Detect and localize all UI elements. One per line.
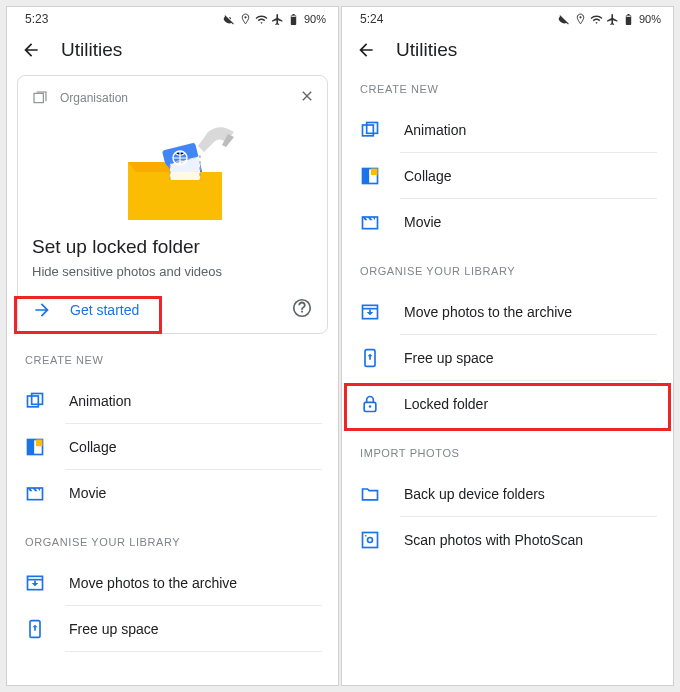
list-item-label: Move photos to the archive — [69, 575, 237, 591]
list-item-label: Movie — [69, 485, 106, 501]
status-bar: 5:24 90% — [342, 7, 673, 29]
section-import: IMPORT PHOTOS — [342, 427, 673, 471]
no-call-icon — [558, 13, 571, 26]
close-icon — [299, 88, 315, 104]
get-started-button[interactable]: Get started — [32, 300, 139, 320]
list-item-movie[interactable]: Movie — [7, 470, 338, 516]
arrow-back-icon — [356, 39, 376, 61]
svg-rect-16 — [363, 125, 374, 136]
list-item-label: Back up device folders — [404, 486, 545, 502]
archive-icon — [360, 302, 380, 322]
location-icon — [574, 13, 587, 26]
section-organise: ORGANISE YOUR LIBRARY — [342, 245, 673, 289]
svg-rect-9 — [28, 440, 35, 455]
list-item-label: Animation — [69, 393, 131, 409]
airplane-icon — [271, 13, 284, 26]
folder-icon — [360, 484, 380, 504]
list-item-archive[interactable]: Move photos to the archive — [7, 560, 338, 606]
list-item-label: Collage — [69, 439, 116, 455]
archive-icon — [25, 573, 45, 593]
list-item-label: Collage — [404, 168, 451, 184]
list-item-label: Free up space — [404, 350, 494, 366]
list-item-locked-folder[interactable]: Locked folder — [342, 381, 673, 427]
battery-icon — [622, 13, 635, 26]
close-button[interactable] — [299, 88, 315, 108]
airplane-icon — [606, 13, 619, 26]
wifi-icon — [590, 13, 603, 26]
collage-icon — [360, 166, 380, 186]
battery-text: 90% — [639, 13, 661, 25]
list-item-label: Animation — [404, 122, 466, 138]
battery-text: 90% — [304, 13, 326, 25]
card-tag: Organisation — [60, 91, 128, 105]
screen-left: 5:23 90% Utilities Organisation — [6, 6, 339, 686]
list-item-freeup[interactable]: Free up space — [7, 606, 338, 652]
svg-point-28 — [365, 535, 367, 537]
svg-point-25 — [369, 405, 372, 408]
card-subtitle: Hide sensitive photos and videos — [32, 264, 313, 279]
list-item-animation[interactable]: Animation — [7, 378, 338, 424]
svg-rect-7 — [32, 394, 43, 405]
status-time: 5:24 — [360, 12, 383, 26]
list-item-photoscan[interactable]: Scan photos with PhotoScan — [342, 517, 673, 563]
movie-icon — [360, 212, 380, 232]
back-button[interactable] — [21, 40, 41, 60]
app-bar: Utilities — [7, 29, 338, 75]
svg-rect-15 — [626, 15, 630, 16]
card-title: Set up locked folder — [32, 236, 313, 258]
free-space-icon — [360, 348, 380, 368]
svg-rect-6 — [28, 396, 39, 407]
battery-icon — [287, 13, 300, 26]
svg-rect-10 — [36, 440, 43, 447]
location-icon — [239, 13, 252, 26]
help-icon — [291, 297, 313, 319]
animation-icon — [360, 120, 380, 140]
cards-icon — [32, 90, 48, 106]
back-button[interactable] — [356, 40, 376, 60]
list-item-label: Scan photos with PhotoScan — [404, 532, 583, 548]
svg-rect-20 — [371, 169, 378, 176]
app-bar: Utilities — [342, 29, 673, 75]
svg-rect-19 — [363, 169, 370, 184]
svg-point-27 — [368, 538, 373, 543]
arrow-back-icon — [21, 39, 41, 61]
lock-icon — [360, 394, 380, 414]
list-item-collage[interactable]: Collage — [342, 153, 673, 199]
animation-icon — [25, 391, 45, 411]
status-icons: 90% — [223, 13, 326, 26]
svg-rect-17 — [367, 123, 378, 134]
section-organise: ORGANISE YOUR LIBRARY — [7, 516, 338, 560]
free-space-icon — [25, 619, 45, 639]
status-bar: 5:23 90% — [7, 7, 338, 29]
list-item-label: Free up space — [69, 621, 159, 637]
status-icons: 90% — [558, 13, 661, 26]
list-item-collage[interactable]: Collage — [7, 424, 338, 470]
svg-point-0 — [244, 16, 246, 18]
status-time: 5:23 — [25, 12, 48, 26]
section-create-new: CREATE NEW — [7, 334, 338, 378]
list-item-backup[interactable]: Back up device folders — [342, 471, 673, 517]
list-item-label: Movie — [404, 214, 441, 230]
list-item-label: Locked folder — [404, 396, 488, 412]
page-title: Utilities — [61, 39, 122, 61]
wifi-icon — [255, 13, 268, 26]
list-item-label: Move photos to the archive — [404, 304, 572, 320]
svg-rect-26 — [363, 533, 378, 548]
arrow-right-icon — [32, 300, 52, 320]
no-call-icon — [223, 13, 236, 26]
svg-rect-1 — [291, 15, 295, 16]
screen-right: 5:24 90% Utilities CREATE NEW Animation … — [341, 6, 674, 686]
folder-illustration — [32, 114, 313, 224]
list-item-animation[interactable]: Animation — [342, 107, 673, 153]
list-item-freeup[interactable]: Free up space — [342, 335, 673, 381]
list-item-movie[interactable]: Movie — [342, 199, 673, 245]
help-button[interactable] — [291, 297, 313, 323]
svg-point-14 — [579, 16, 581, 18]
get-started-label: Get started — [70, 302, 139, 318]
list-item-archive[interactable]: Move photos to the archive — [342, 289, 673, 335]
movie-icon — [25, 483, 45, 503]
page-title: Utilities — [396, 39, 457, 61]
promo-card: Organisation Set up locked folder Hide s… — [17, 75, 328, 334]
photoscan-icon — [360, 530, 380, 550]
collage-icon — [25, 437, 45, 457]
